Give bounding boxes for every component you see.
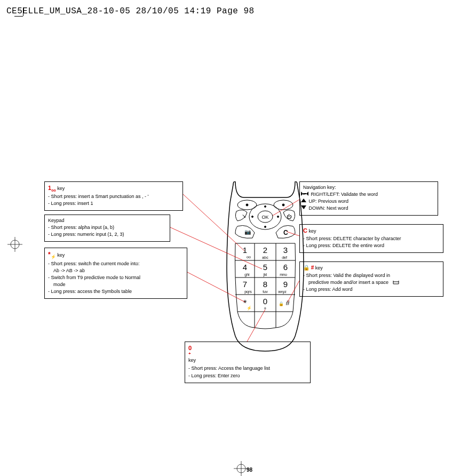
svg-point-16 (265, 226, 266, 228)
box-hash-key: 🔒 # key Short press: Valid the displayed… (299, 261, 443, 297)
svg-text:📷: 📷 (244, 228, 251, 235)
registration-mark-left (7, 237, 22, 253)
box-nav-item: UP: Previous word (303, 198, 434, 205)
svg-text:OK: OK (261, 215, 268, 220)
page-number: 98 (247, 467, 252, 473)
svg-text:+: + (264, 306, 266, 311)
svg-point-14 (277, 216, 279, 218)
box-c-item: Short press: DELETE character by charact… (303, 235, 440, 242)
svg-text:🔒: 🔒 (279, 301, 284, 306)
box-c-key: C key Short press: DELETE character by c… (299, 224, 443, 253)
svg-text:ghi: ghi (244, 273, 250, 277)
box-star-item: Long press: access the Symbols table (48, 288, 184, 295)
svg-point-15 (265, 206, 266, 208)
box-keypad: Keypad Short press: alpha input (a, b) L… (44, 215, 170, 242)
box-zero-item: Short press: Access the language list (188, 365, 307, 372)
svg-text:0: 0 (263, 297, 267, 306)
box-nav-item: RIGHT/LEFT: Validate the word (303, 191, 434, 198)
svg-text:#: # (285, 299, 290, 307)
svg-point-13 (252, 216, 253, 218)
svg-text:8: 8 (263, 280, 267, 289)
box-1-key-item: Long press: insert 1 (48, 200, 179, 207)
box-nav-title: Navigation key: (303, 184, 434, 191)
svg-point-9 (282, 204, 284, 206)
print-header: CE5ELLE_UM_USA_28-10-05 28/10/05 14:19 P… (6, 6, 255, 16)
box-1-key-title: key (57, 186, 65, 191)
box-keypad-title: Keypad (48, 217, 166, 224)
svg-text:⏻: ⏻ (287, 214, 292, 219)
box-keypad-item: Short press: alpha input (a, b) (48, 224, 166, 231)
phone-illustration: OK ↘ ⏻ 📷 C (219, 181, 311, 352)
box-zero-title: key (188, 358, 196, 363)
box-zero-item: Long press: Enter zero (188, 372, 307, 379)
svg-text:↘: ↘ (242, 213, 246, 219)
box-1-key-item: Short press: insert a Smart punctuation … (48, 193, 179, 200)
svg-text:7: 7 (243, 280, 247, 289)
svg-text:pqrs: pqrs (244, 290, 252, 294)
svg-text:⚡: ⚡ (247, 305, 252, 311)
svg-text:tuv: tuv (263, 290, 268, 293)
box-navigation-key: Navigation key: RIGHT/LEFT: Validate the… (299, 181, 438, 216)
svg-text:1: 1 (243, 245, 247, 255)
svg-text:3: 3 (283, 245, 288, 255)
svg-text:2: 2 (263, 245, 267, 255)
box-star-title: key (57, 252, 65, 258)
star-icon: *⚡ (48, 251, 56, 258)
svg-text:6: 6 (283, 263, 288, 272)
box-c-item: Long press: DELETE the entire word (303, 242, 440, 249)
box-hash-item: Long press: Add word (303, 286, 440, 293)
svg-point-8 (246, 204, 248, 206)
box-1-key: 1οο key Short press: insert a Smart punc… (44, 181, 183, 211)
box-star-key: *⚡ key Short press: switch the current m… (44, 248, 187, 299)
svg-text:οο: οο (247, 255, 251, 259)
box-hash-title: key (315, 265, 323, 271)
box-nav-item: DOWN: Next word (303, 205, 434, 212)
svg-text:5: 5 (263, 263, 267, 272)
svg-text:wxyz: wxyz (277, 290, 287, 294)
svg-text:abc: abc (262, 256, 268, 259)
box-keypad-item: Long press: numeric input (1, 2, 3) (48, 231, 166, 238)
svg-text:C: C (283, 229, 288, 236)
svg-text:9: 9 (283, 280, 288, 289)
box-star-item: Switch from T9 predictive mode to Normal… (48, 274, 184, 288)
box-hash-item: Short press: Valid the displayed word in… (303, 272, 440, 286)
svg-text:mno: mno (280, 273, 287, 276)
key-1-icon: 1οο (48, 185, 56, 191)
box-star-item: Short press: switch the current mode int… (48, 260, 184, 274)
svg-text:def: def (282, 256, 287, 259)
svg-text:jkl: jkl (263, 273, 267, 277)
svg-text:4: 4 (243, 263, 247, 272)
